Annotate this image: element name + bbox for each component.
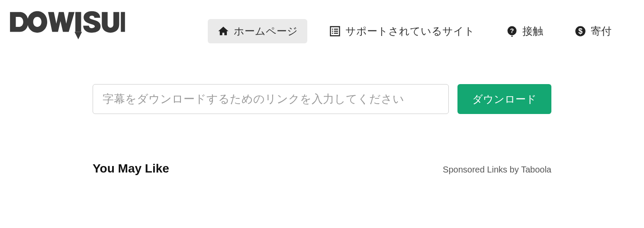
svg-rect-0 <box>332 29 333 29</box>
nav-contact-label: 接触 <box>522 24 543 38</box>
svg-rect-4 <box>332 33 333 34</box>
svg-rect-5 <box>334 33 338 34</box>
dollar-icon: $ <box>574 25 586 37</box>
help-icon: ? <box>506 25 518 37</box>
search-row: ダウンロード <box>93 84 551 114</box>
svg-rect-2 <box>332 31 333 32</box>
url-input[interactable] <box>93 84 449 114</box>
sponsored-section: You May Like Sponsored Links by Taboola <box>93 162 551 176</box>
sponsored-label[interactable]: Sponsored Links by Taboola <box>443 165 551 175</box>
nav-supported[interactable]: サポートされているサイト <box>319 19 484 43</box>
svg-rect-3 <box>334 31 338 32</box>
nav-home[interactable]: ホームページ <box>208 19 307 43</box>
you-may-like-heading: You May Like <box>93 162 169 176</box>
svg-rect-1 <box>334 29 338 29</box>
nav-home-label: ホームページ <box>234 24 298 38</box>
logo-svg <box>9 9 126 46</box>
nav-supported-label: サポートされているサイト <box>345 24 475 38</box>
nav: ホームページ サポートされているサイト ? 接触 $ 寄付 <box>208 19 621 43</box>
download-button[interactable]: ダウンロード <box>457 84 551 114</box>
home-icon <box>217 25 229 37</box>
nav-contact[interactable]: ? 接触 <box>496 19 553 43</box>
main: ダウンロード You May Like Sponsored Links by T… <box>84 84 560 176</box>
header: ホームページ サポートされているサイト ? 接触 $ 寄付 <box>0 0 644 54</box>
list-icon <box>329 25 341 37</box>
svg-text:$: $ <box>578 27 583 36</box>
nav-donate[interactable]: $ 寄付 <box>565 19 621 43</box>
nav-donate-label: 寄付 <box>591 24 612 38</box>
logo[interactable] <box>9 9 126 54</box>
svg-text:?: ? <box>510 27 514 34</box>
